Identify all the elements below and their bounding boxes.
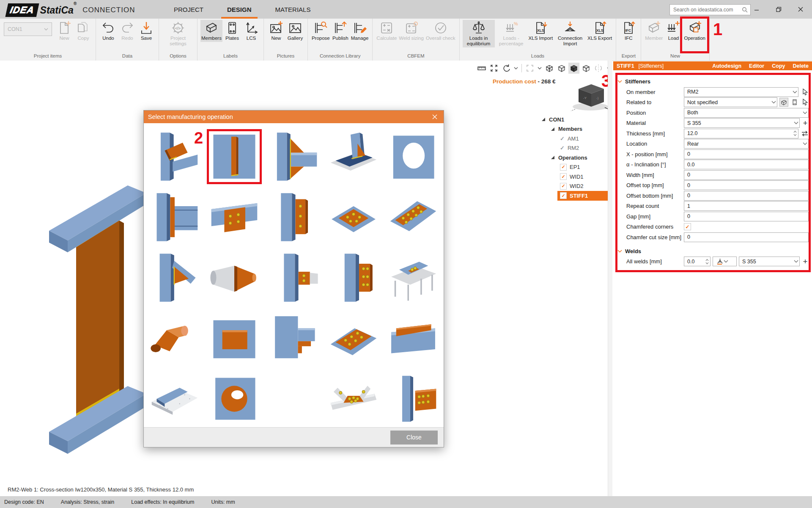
thickness-mm--field[interactable]: 12.0 xyxy=(684,129,798,138)
base-plate-thumbnail[interactable] xyxy=(329,132,379,182)
ifc-export-button[interactable]: IFCIFC xyxy=(619,20,638,42)
xls-export-button[interactable]: XLSXLS Export xyxy=(587,20,613,42)
tree-item-members[interactable]: Members xyxy=(540,124,612,134)
weld-size-field[interactable]: 0.0 xyxy=(684,257,710,266)
cone-transition-thumbnail[interactable] xyxy=(209,253,259,303)
chevron-down-icon[interactable] xyxy=(537,63,543,74)
rotate-icon[interactable] xyxy=(501,63,512,74)
-inclination--field[interactable]: 0.0 xyxy=(684,160,809,169)
viewport-scrollbar[interactable] xyxy=(608,61,612,496)
cursor-icon[interactable] xyxy=(801,98,809,106)
lcs-labels-button[interactable]: LCS xyxy=(242,20,261,42)
chevron-down-icon[interactable] xyxy=(794,121,798,124)
weld-material-dropdown[interactable]: S 355 xyxy=(739,257,800,266)
cover-plate-bolted-thumbnail[interactable] xyxy=(329,313,379,363)
autodesign-action[interactable]: Autodesign xyxy=(712,63,741,69)
location-field[interactable]: Rear xyxy=(684,139,809,149)
checkbox[interactable]: ✓ xyxy=(560,183,567,190)
chevron-down-icon[interactable] xyxy=(803,111,807,114)
loads-in-equilibrium-button[interactable]: Loads in equilibrium xyxy=(463,20,495,47)
checkbox[interactable]: ✓ xyxy=(560,192,567,199)
editor-action[interactable]: Editor xyxy=(749,63,764,69)
restore-button[interactable] xyxy=(773,4,784,15)
close-window-button[interactable] xyxy=(795,4,806,15)
fin-plate-thumbnail[interactable] xyxy=(269,253,319,303)
swap-direction-icon[interactable] xyxy=(801,130,809,137)
add-icon[interactable]: + xyxy=(802,257,809,265)
related-to-field[interactable]: Not specified xyxy=(684,97,777,107)
bolt-rows-plate-thumbnail[interactable] xyxy=(388,192,438,242)
copy-action[interactable]: Copy xyxy=(772,63,785,69)
tree-item-wid2[interactable]: ✓WID2 xyxy=(540,182,612,191)
tree-item-operations[interactable]: Operations xyxy=(540,153,612,163)
connection-selector[interactable]: CON1 xyxy=(4,22,52,36)
chamfered-corners-checkbox[interactable]: ✓ xyxy=(684,223,691,230)
expander-icon[interactable] xyxy=(551,155,555,160)
members-labels-button[interactable]: Members xyxy=(200,20,222,42)
chamfer-cut-size-mm--field[interactable]: 0 xyxy=(684,232,809,242)
on-member-field[interactable]: RM2 xyxy=(684,87,798,97)
expander-icon[interactable] xyxy=(541,117,546,121)
swap-icon[interactable] xyxy=(801,130,809,138)
column-splice-thumbnail[interactable] xyxy=(329,253,379,303)
chevron-down-icon[interactable] xyxy=(793,91,797,94)
flange-wedge-thumbnail[interactable] xyxy=(388,313,438,363)
checkbox[interactable]: ✓ xyxy=(560,164,567,171)
spinner-arrows-icon[interactable] xyxy=(793,130,797,137)
checkbox[interactable]: ✓ xyxy=(560,173,567,180)
tab-design[interactable]: DESIGN xyxy=(225,0,254,19)
patch-plate-thumbnail[interactable] xyxy=(209,313,259,363)
cube-solid-icon[interactable] xyxy=(568,63,579,74)
save-button[interactable]: Save xyxy=(137,20,156,42)
cursor-icon[interactable] xyxy=(801,88,809,96)
gallery-button[interactable]: Gallery xyxy=(286,20,304,42)
section-header-stiffeners[interactable]: Stiffeners xyxy=(613,76,812,87)
plates-labels-button[interactable]: Plates xyxy=(223,20,241,42)
propose-button[interactable]: Propose xyxy=(311,20,331,42)
new-operation-button[interactable]: Operation1 xyxy=(683,20,706,42)
end-plate-thumbnail[interactable] xyxy=(150,192,200,242)
search-box[interactable] xyxy=(669,4,751,15)
cube-wire-icon[interactable] xyxy=(544,63,555,74)
tree-item-rm2[interactable]: ✓RM2 xyxy=(540,144,612,153)
offset-bottom-mm--field[interactable]: 0 xyxy=(684,191,809,201)
delete-action[interactable]: Delete xyxy=(793,63,809,69)
material-field[interactable]: S 355 xyxy=(684,118,800,128)
minimize-button[interactable] xyxy=(751,4,762,15)
chevron-down-icon[interactable] xyxy=(803,142,807,145)
concrete-slab-cut-thumbnail[interactable] xyxy=(150,374,200,424)
plate-pick-icon[interactable] xyxy=(790,98,798,106)
beam-splice-stub-thumbnail[interactable] xyxy=(388,374,438,424)
search-input[interactable] xyxy=(672,6,742,13)
plate-pick-icon[interactable] xyxy=(792,99,798,105)
undo-button[interactable]: Undo xyxy=(99,20,118,42)
tree-item-wid1[interactable]: ✓WID1 xyxy=(540,172,612,182)
new-load-button[interactable]: Load xyxy=(664,20,683,42)
dialog-close-icon[interactable] xyxy=(430,112,439,121)
web-plate-bolted-thumbnail[interactable] xyxy=(269,192,319,242)
width-mm--field[interactable]: 0 xyxy=(684,170,809,180)
x-position-mm--field[interactable]: 0 xyxy=(684,149,809,159)
manage-button[interactable]: Manage xyxy=(350,20,370,42)
pick-cursor-icon[interactable] xyxy=(801,88,808,96)
offset-top-mm--field[interactable]: 0 xyxy=(684,180,809,190)
weld-type-dropdown[interactable] xyxy=(713,257,737,266)
fit-icon[interactable] xyxy=(488,63,499,74)
connection-import-button[interactable]: Connection Import xyxy=(554,20,586,47)
tree-item-con1[interactable]: CON1 xyxy=(540,115,612,124)
spinner-arrows-icon[interactable] xyxy=(705,258,709,265)
cube-edges-icon[interactable] xyxy=(556,63,567,74)
member-pick-icon[interactable] xyxy=(781,99,787,105)
chevron-down-icon[interactable] xyxy=(771,101,776,104)
diagonal-gusset-thumbnail[interactable] xyxy=(150,253,200,303)
add-icon[interactable]: + xyxy=(802,119,809,127)
tab-project[interactable]: PROJECT xyxy=(171,0,206,19)
cube-ghost-icon[interactable] xyxy=(581,63,592,74)
member-workplane-thumbnail[interactable] xyxy=(388,253,438,303)
publish-button[interactable]: Publish xyxy=(331,20,350,42)
close-button[interactable]: Close xyxy=(390,431,438,444)
plate-opening-thumbnail[interactable] xyxy=(388,132,438,182)
position-field[interactable]: Both xyxy=(684,108,809,118)
xls-import-button[interactable]: XLSXLS Import xyxy=(528,20,554,42)
seat-angle-thumbnail[interactable] xyxy=(269,313,319,363)
